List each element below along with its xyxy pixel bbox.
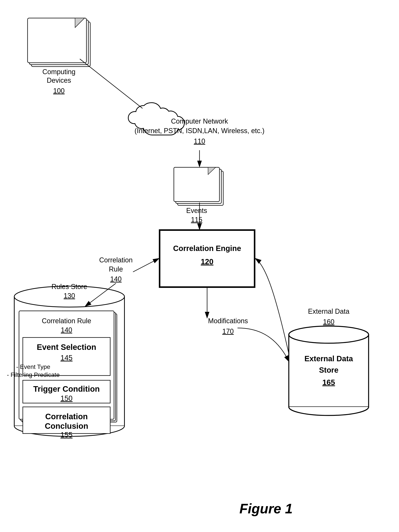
correlation-engine-label: Correlation Engine	[173, 244, 241, 253]
event-selection-label: Event Selection	[37, 343, 96, 352]
figure-label: Figure 1	[239, 501, 293, 516]
ext-data-store-label: External Data	[304, 355, 353, 363]
corr-rule-top-number: 140	[110, 275, 122, 283]
rules-store-number: 130	[64, 292, 75, 300]
computing-devices-number: 100	[53, 87, 65, 95]
trigger-condition-number: 150	[60, 394, 72, 402]
correlation-engine-number: 120	[201, 257, 213, 266]
ext-data-store-number: 165	[322, 378, 335, 386]
computing-devices-label: Computing	[42, 68, 75, 76]
event-type-label: - Event Type	[16, 363, 50, 370]
corr-conclusion-label: Correlation	[45, 412, 88, 421]
corr-rule-top-label: Correlation	[99, 256, 133, 264]
corr-rule-inner-number: 140	[61, 326, 72, 334]
corr-conclusion-label2: Conclusion	[45, 422, 88, 431]
filtering-predicate-label: - Filtering Predicate	[7, 371, 59, 378]
ext-data-label: External Data	[308, 307, 349, 315]
svg-point-20	[289, 326, 369, 343]
network-label: Computer Network	[171, 117, 228, 125]
svg-line-25	[133, 259, 159, 272]
ext-data-store-label2: Store	[319, 366, 338, 374]
event-selection-number: 145	[60, 354, 72, 362]
corr-rule-top-label2: Rule	[109, 265, 123, 273]
ext-data-number: 160	[323, 318, 334, 326]
network-label2: (Internet, PSTN, ISDN,LAN, Wireless, etc…	[135, 127, 264, 135]
events-label: Events	[186, 207, 207, 215]
corr-rule-inner-label: Correlation Rule	[42, 317, 91, 325]
svg-line-22	[80, 59, 143, 108]
modifications-number: 170	[222, 327, 234, 335]
rules-store-label: Rules Store	[51, 283, 87, 291]
modifications-label: Modifications	[208, 317, 248, 325]
events-number: 115	[191, 216, 202, 224]
svg-rect-8	[174, 167, 219, 202]
corr-conclusion-number: 155	[60, 431, 72, 439]
computing-devices-label2: Devices	[47, 76, 71, 84]
trigger-condition-label: Trigger Condition	[33, 385, 100, 393]
network-number: 110	[194, 137, 205, 145]
